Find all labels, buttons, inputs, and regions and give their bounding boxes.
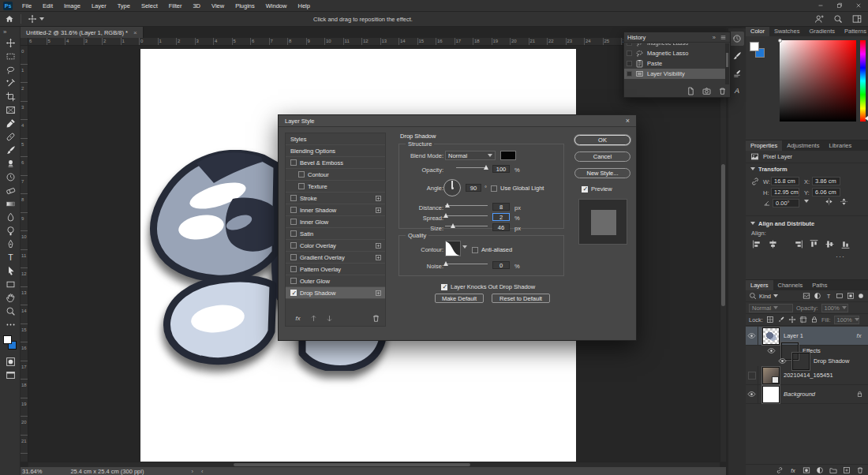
style-checkbox[interactable] xyxy=(298,171,305,178)
opacity-select[interactable]: 100% xyxy=(821,304,848,312)
style-checkbox[interactable] xyxy=(290,278,297,284)
align-button[interactable] xyxy=(840,239,851,249)
visibility-toggle[interactable] xyxy=(746,385,758,403)
lasso-tool[interactable] xyxy=(0,63,21,77)
new-style-button[interactable]: New Style... xyxy=(574,168,630,178)
transform-section-header[interactable]: Transform xyxy=(746,163,868,174)
distance-field[interactable]: 8 xyxy=(492,203,510,211)
make-default-button[interactable]: Make Default xyxy=(435,294,484,303)
filter-adjust-icon[interactable] xyxy=(814,292,821,300)
collapse-panel-icon[interactable]: » xyxy=(713,34,716,41)
hand-tool[interactable] xyxy=(0,291,21,305)
saturation-brightness-field[interactable] xyxy=(780,40,856,122)
foreground-color-swatch[interactable] xyxy=(3,335,12,344)
type-tool[interactable]: T xyxy=(0,251,21,264)
width-field[interactable]: 16.8 cm xyxy=(771,177,799,185)
tab-swatches[interactable]: Swatches xyxy=(769,26,805,36)
shadow-color-swatch[interactable] xyxy=(500,151,516,160)
style-checkbox[interactable] xyxy=(290,290,297,296)
style-checkbox[interactable] xyxy=(290,195,297,201)
layer-thumbnail[interactable] xyxy=(762,386,780,403)
window-button[interactable] xyxy=(811,0,830,12)
vertical-scrollbar-thumb[interactable] xyxy=(721,164,725,306)
fill-select[interactable]: 100% xyxy=(834,316,859,324)
search-icon[interactable] xyxy=(833,14,843,24)
style-row[interactable]: Contour xyxy=(286,169,385,181)
style-checkbox[interactable] xyxy=(290,159,297,166)
add-effect-icon[interactable] xyxy=(375,195,382,202)
color-picker-marker[interactable] xyxy=(778,39,782,43)
style-row[interactable]: Pattern Overlay xyxy=(286,264,385,275)
menu-item[interactable]: Window xyxy=(260,2,293,9)
shape-tool[interactable] xyxy=(0,278,21,291)
menu-item[interactable]: Type xyxy=(112,2,136,9)
add-effect-icon[interactable] xyxy=(375,290,382,297)
eraser-tool[interactable] xyxy=(0,184,21,197)
more-options[interactable]: ··· xyxy=(836,252,845,260)
chevron-down-icon[interactable] xyxy=(804,200,809,203)
align-button[interactable] xyxy=(793,239,803,249)
brush-tool[interactable] xyxy=(0,144,21,157)
tab-libraries[interactable]: Libraries xyxy=(824,140,856,151)
healing-brush-tool[interactable] xyxy=(0,130,21,144)
menu-item[interactable]: File xyxy=(17,2,37,9)
history-source-checkbox[interactable] xyxy=(627,71,632,77)
tab-channels[interactable]: Channels xyxy=(773,280,808,290)
style-row[interactable]: Stroke xyxy=(286,193,385,204)
arrow-down-icon[interactable] xyxy=(325,314,334,323)
fx-icon[interactable]: fx xyxy=(294,314,302,323)
tab-properties[interactable]: Properties xyxy=(746,140,782,151)
tab-adjustments[interactable]: Adjustments xyxy=(782,140,824,151)
style-checkbox[interactable] xyxy=(290,219,297,225)
screen-mode-icon[interactable] xyxy=(0,368,21,382)
history-panel-icon[interactable] xyxy=(730,32,744,46)
style-row[interactable]: Blending Options xyxy=(286,145,385,157)
menu-item[interactable]: Layer xyxy=(86,2,112,9)
tab-gradients[interactable]: Gradients xyxy=(804,26,840,36)
home-icon[interactable] xyxy=(5,14,14,24)
delete-layer-icon[interactable] xyxy=(856,466,864,474)
eyedropper-tool[interactable] xyxy=(0,117,21,130)
trash-icon[interactable] xyxy=(718,87,727,95)
menu-item[interactable]: Edit xyxy=(37,2,58,9)
clone-stamp-tool[interactable] xyxy=(0,157,21,170)
foreground-color-swatch[interactable] xyxy=(750,42,759,51)
rotation-field[interactable]: 0.00° xyxy=(773,199,799,208)
align-button[interactable] xyxy=(752,239,762,249)
layer-thumbnail[interactable] xyxy=(762,327,780,345)
close-tab-icon[interactable]: × xyxy=(133,29,137,36)
glyphs-icon[interactable]: A xyxy=(730,84,744,98)
menu-item[interactable]: Select xyxy=(136,2,163,9)
delete-effect-icon[interactable] xyxy=(372,314,380,323)
snapshot-icon[interactable] xyxy=(702,87,711,95)
share-icon[interactable] xyxy=(814,14,824,24)
crop-tool[interactable] xyxy=(0,90,21,103)
filter-pixel-icon[interactable] xyxy=(803,292,810,300)
frame-tool[interactable] xyxy=(0,103,21,117)
flip-horizontal-icon[interactable] xyxy=(825,197,833,206)
opacity-field[interactable]: 100 xyxy=(492,165,510,173)
add-effect-icon[interactable] xyxy=(375,254,382,261)
size-slider[interactable] xyxy=(445,223,488,230)
arrow-up-icon[interactable] xyxy=(309,314,318,323)
style-checkbox[interactable] xyxy=(290,266,297,272)
ok-button[interactable]: OK xyxy=(574,135,630,145)
align-section-header[interactable]: Align and Distribute xyxy=(746,218,868,229)
lock-all-icon[interactable] xyxy=(810,316,818,324)
tab-layers[interactable]: Layers xyxy=(746,280,773,290)
style-checkbox[interactable] xyxy=(290,207,297,213)
angle-dial[interactable] xyxy=(443,179,461,196)
style-row[interactable]: Outer Glow xyxy=(286,275,385,287)
align-button[interactable] xyxy=(768,239,778,249)
ellipsis-icon[interactable] xyxy=(0,318,21,331)
style-row[interactable]: Gradient Overlay xyxy=(286,252,385,264)
style-row[interactable]: Inner Glow xyxy=(286,216,385,228)
use-global-light-checkbox[interactable]: Use Global Light xyxy=(491,185,544,192)
layer-mask-icon[interactable] xyxy=(803,466,810,474)
brush-presets-icon[interactable] xyxy=(730,66,744,80)
history-source-checkbox[interactable] xyxy=(627,43,632,46)
menu-item[interactable]: View xyxy=(206,2,230,9)
blend-mode-select[interactable]: Normal xyxy=(445,151,496,160)
add-effect-icon[interactable] xyxy=(375,242,382,249)
style-row[interactable]: Drop Shadow xyxy=(286,287,385,299)
